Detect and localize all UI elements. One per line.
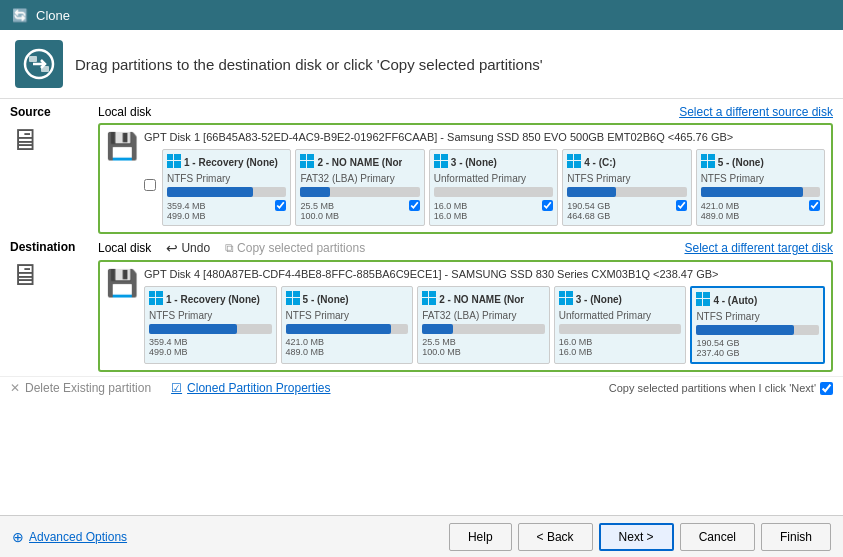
title-label: Clone bbox=[36, 8, 70, 23]
dest-partition-1[interactable]: 5 - (None) NTFS Primary 421.0 MB 489.0 M… bbox=[281, 286, 414, 364]
bottom-options: ✕ Delete Existing partition ☑ Cloned Par… bbox=[0, 376, 843, 399]
footer-left: ⊕ Advanced Options bbox=[12, 529, 127, 545]
win-icon-dest-4 bbox=[696, 292, 710, 309]
source-disk-icon: 💾 bbox=[106, 131, 138, 162]
title-bar: 🔄 Clone bbox=[0, 0, 843, 30]
source-label: Source bbox=[10, 105, 51, 119]
cancel-button[interactable]: Cancel bbox=[680, 523, 755, 551]
dest-computer-icon: 🖥 bbox=[10, 258, 40, 292]
source-disk-type: Local disk bbox=[98, 105, 151, 119]
svg-rect-21 bbox=[701, 161, 707, 168]
win-icon-src-0 bbox=[167, 154, 181, 171]
svg-rect-10 bbox=[307, 161, 314, 168]
dest-label-col: Destination 🖥 bbox=[10, 240, 90, 292]
dest-partition-0[interactable]: 1 - Recovery (None) NTFS Primary 359.4 M… bbox=[144, 286, 277, 364]
svg-rect-11 bbox=[434, 154, 440, 160]
svg-rect-2 bbox=[41, 66, 49, 72]
dest-disk-type: Local disk bbox=[98, 241, 151, 255]
win-icon-src-4 bbox=[701, 154, 715, 171]
main-content: Drag partitions to the destination disk … bbox=[0, 30, 843, 515]
svg-rect-23 bbox=[149, 291, 155, 297]
svg-rect-27 bbox=[286, 291, 292, 297]
svg-rect-17 bbox=[567, 161, 573, 168]
back-button[interactable]: < Back bbox=[518, 523, 593, 551]
delete-x-icon: ✕ bbox=[10, 381, 20, 395]
win-icon-src-1 bbox=[300, 154, 314, 171]
source-select-all-checkbox[interactable] bbox=[144, 179, 156, 191]
source-partition-2[interactable]: 3 - (None) Unformatted Primary 16.0 MB 1… bbox=[429, 149, 558, 226]
partition-checkbox-1[interactable] bbox=[409, 200, 420, 211]
app-icon bbox=[15, 40, 63, 88]
cloned-partition-props-button[interactable]: ☑ Cloned Partition Properties bbox=[171, 381, 330, 395]
source-partition-3[interactable]: 4 - (C:) NTFS Primary 190.54 GB 464.68 G… bbox=[562, 149, 691, 226]
dest-disk-title: GPT Disk 4 [480A87EB-CDF4-4BE8-8FFC-885B… bbox=[144, 268, 825, 280]
svg-rect-3 bbox=[167, 154, 173, 160]
dest-partition-2[interactable]: 2 - NO NAME (Nor FAT32 (LBA) Primary 25.… bbox=[417, 286, 550, 364]
next-button[interactable]: Next > bbox=[599, 523, 674, 551]
instruction-text: Drag partitions to the destination disk … bbox=[75, 56, 543, 73]
header-instruction: Drag partitions to the destination disk … bbox=[0, 30, 843, 99]
footer-buttons: Help < Back Next > Cancel Finish bbox=[449, 523, 831, 551]
source-partition-1[interactable]: 2 - NO NAME (Nor FAT32 (LBA) Primary 25.… bbox=[295, 149, 424, 226]
source-disk-title: GPT Disk 1 [66B45A83-52ED-4AC9-B9E2-0196… bbox=[144, 131, 825, 143]
svg-rect-30 bbox=[293, 298, 300, 305]
svg-rect-37 bbox=[559, 298, 565, 305]
delete-partition-option: ✕ Delete Existing partition bbox=[10, 381, 151, 395]
copy-label: Copy selected partitions bbox=[237, 241, 365, 255]
destination-section: Destination 🖥 Local disk ↩ Undo ⧉ Copy s… bbox=[0, 236, 843, 372]
copy-next-option: Copy selected partitions when I click 'N… bbox=[609, 382, 833, 395]
svg-rect-40 bbox=[703, 292, 710, 298]
dest-toolbar: Local disk ↩ Undo ⧉ Copy selected partit… bbox=[98, 240, 833, 256]
undo-icon: ↩ bbox=[166, 240, 178, 256]
svg-rect-16 bbox=[574, 154, 581, 160]
win-icon-dest-3 bbox=[559, 291, 573, 308]
undo-label: Undo bbox=[181, 241, 210, 255]
svg-rect-42 bbox=[703, 299, 710, 306]
dest-partition-4[interactable]: 4 - (Auto) NTFS Primary 190.54 GB 237.40… bbox=[690, 286, 825, 364]
svg-rect-12 bbox=[441, 154, 448, 160]
svg-rect-7 bbox=[300, 154, 306, 160]
partition-checkbox-3[interactable] bbox=[676, 200, 687, 211]
svg-rect-19 bbox=[701, 154, 707, 160]
dest-partition-3[interactable]: 3 - (None) Unformatted Primary 16.0 MB 1… bbox=[554, 286, 687, 364]
partition-checkbox-4[interactable] bbox=[809, 200, 820, 211]
select-target-link[interactable]: Select a different target disk bbox=[684, 241, 833, 255]
partition-checkbox-2[interactable] bbox=[542, 200, 553, 211]
svg-rect-8 bbox=[307, 154, 314, 160]
svg-rect-41 bbox=[696, 299, 702, 306]
copy-next-label: Copy selected partitions when I click 'N… bbox=[609, 382, 816, 394]
svg-rect-39 bbox=[696, 292, 702, 298]
select-source-link[interactable]: Select a different source disk bbox=[679, 105, 833, 119]
advanced-options-link[interactable]: Advanced Options bbox=[29, 530, 127, 544]
help-button[interactable]: Help bbox=[449, 523, 512, 551]
svg-rect-13 bbox=[434, 161, 440, 168]
svg-rect-29 bbox=[286, 298, 292, 305]
source-partition-0[interactable]: 1 - Recovery (None) NTFS Primary 359.4 M… bbox=[162, 149, 291, 226]
dest-label: Destination bbox=[10, 240, 75, 254]
source-section: Source 🖥 Local disk Select a different s… bbox=[0, 99, 843, 236]
svg-rect-28 bbox=[293, 291, 300, 297]
svg-rect-31 bbox=[422, 291, 428, 297]
source-computer-icon: 🖥 bbox=[10, 123, 40, 157]
win-icon-dest-2 bbox=[422, 291, 436, 308]
svg-rect-5 bbox=[167, 161, 173, 168]
copy-next-checkbox[interactable] bbox=[820, 382, 833, 395]
win-icon-src-2 bbox=[434, 154, 448, 171]
svg-rect-36 bbox=[566, 291, 573, 297]
undo-button[interactable]: ↩ Undo bbox=[166, 240, 210, 256]
source-partition-4[interactable]: 5 - (None) NTFS Primary 421.0 MB 489.0 M… bbox=[696, 149, 825, 226]
partition-checkbox-0[interactable] bbox=[275, 200, 286, 211]
dest-content: Local disk ↩ Undo ⧉ Copy selected partit… bbox=[98, 240, 833, 372]
source-disk-container: 💾 GPT Disk 1 [66B45A83-52ED-4AC9-B9E2-01… bbox=[98, 123, 833, 234]
svg-rect-4 bbox=[174, 154, 181, 160]
copy-partitions-button[interactable]: ⧉ Copy selected partitions bbox=[225, 241, 365, 255]
source-label-col: Source 🖥 bbox=[10, 105, 90, 157]
source-header: Local disk Select a different source dis… bbox=[98, 105, 833, 119]
svg-rect-9 bbox=[300, 161, 306, 168]
footer-bar: ⊕ Advanced Options Help < Back Next > Ca… bbox=[0, 515, 843, 557]
svg-rect-1 bbox=[29, 56, 37, 62]
source-partitions-row: 1 - Recovery (None) NTFS Primary 359.4 M… bbox=[162, 149, 825, 226]
svg-rect-15 bbox=[567, 154, 573, 160]
svg-rect-22 bbox=[708, 161, 715, 168]
finish-button[interactable]: Finish bbox=[761, 523, 831, 551]
